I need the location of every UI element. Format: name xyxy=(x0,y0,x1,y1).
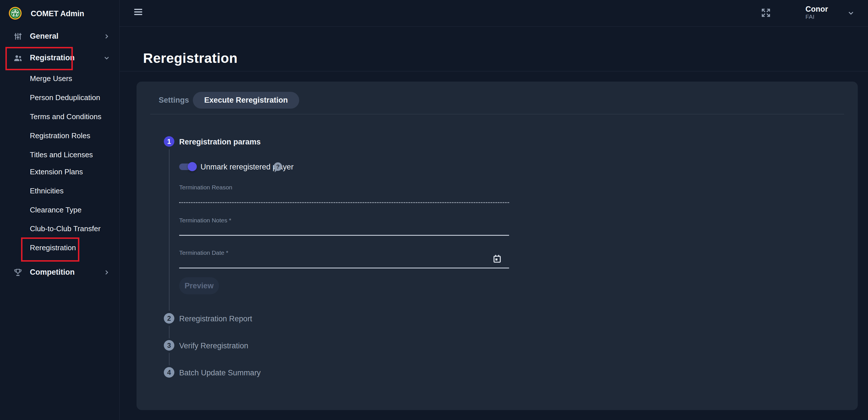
termination-reason-label: Termination Reason xyxy=(179,184,232,191)
step-4-label: Batch Update Summary xyxy=(179,368,261,377)
termination-notes-underline xyxy=(179,235,509,236)
step-1-label: Reregistration params xyxy=(179,138,261,147)
toggle-thumb xyxy=(188,162,197,171)
step-connector xyxy=(169,326,169,338)
step-connector xyxy=(169,353,169,365)
calendar-icon[interactable] xyxy=(493,255,501,263)
menu-toggle-icon[interactable] xyxy=(134,9,142,17)
step-connector xyxy=(169,149,169,311)
user-name: Conor xyxy=(805,5,828,13)
trophy-icon xyxy=(14,268,22,277)
sidebar-item-person-deduplication[interactable]: Person Deduplication xyxy=(0,90,119,105)
comet-admin-app: COMET Admin General Registration xyxy=(0,0,868,420)
sidebar-item-general[interactable]: General xyxy=(0,28,119,44)
user-menu[interactable]: Conor FAI xyxy=(805,5,828,20)
sidebar-item-terms-and-conditions[interactable]: Terms and Conditions xyxy=(0,109,119,124)
sidebar-item-extension-plans[interactable]: Extension Plans xyxy=(0,164,119,179)
user-org: FAI xyxy=(805,13,828,20)
sidebar-item-club-to-club-transfer[interactable]: Club-to-Club Transfer xyxy=(0,221,119,236)
termination-reason-underline xyxy=(179,202,509,203)
brand: COMET Admin xyxy=(0,0,119,27)
sidebar: COMET Admin General Registration xyxy=(0,0,120,420)
header-divider xyxy=(120,71,868,71)
sidebar-item-competition[interactable]: Competition xyxy=(0,264,119,280)
termination-date-input[interactable] xyxy=(179,257,510,269)
termination-reason-select[interactable] xyxy=(179,191,510,203)
reregistration-card: Settings Execute Reregistration 1 Reregi… xyxy=(136,82,858,410)
sidebar-item-ethnicities[interactable]: Ethnicities xyxy=(0,183,119,198)
step-1-badge: 1 xyxy=(164,136,174,147)
brand-title: COMET Admin xyxy=(31,9,84,18)
step-4-badge: 4 xyxy=(164,367,174,378)
chevron-down-icon xyxy=(103,54,110,62)
termination-notes-label: Termination Notes * xyxy=(179,217,231,224)
comet-logo-icon xyxy=(8,6,22,20)
sidebar-item-titles-and-licenses[interactable]: Titles and Licenses xyxy=(0,147,119,162)
help-icon[interactable]: ? xyxy=(274,162,282,171)
page-title: Reregistration xyxy=(143,50,238,66)
sidebar-item-label: Competition xyxy=(30,268,74,277)
unmark-reregistered-player-toggle[interactable] xyxy=(179,163,196,170)
tab-settings[interactable]: Settings xyxy=(150,92,198,109)
termination-notes-input[interactable] xyxy=(179,224,510,236)
step-2-label: Reregistration Report xyxy=(179,315,252,323)
sidebar-item-label: General xyxy=(30,32,59,41)
step-3-badge: 3 xyxy=(164,340,174,351)
tab-execute-reregistration[interactable]: Execute Reregistration xyxy=(193,92,299,109)
fullscreen-icon[interactable] xyxy=(761,8,771,18)
chevron-right-icon xyxy=(103,33,110,40)
chevron-down-icon[interactable] xyxy=(847,9,855,17)
chevron-right-icon xyxy=(103,269,110,276)
step-2-badge: 2 xyxy=(164,313,174,324)
preview-button[interactable]: Preview xyxy=(179,277,219,294)
sidebar-item-clearance-type[interactable]: Clearance Type xyxy=(0,202,119,217)
annotation-box-registration xyxy=(5,47,73,70)
annotation-box-reregistration xyxy=(21,237,79,262)
termination-date-underline xyxy=(179,267,509,268)
topbar: Conor FAI xyxy=(119,0,868,27)
step-3-label: Verify Reregistration xyxy=(179,342,248,350)
sidebar-item-merge-users[interactable]: Merge Users xyxy=(0,70,119,86)
termination-date-label: Termination Date * xyxy=(179,249,228,256)
tune-icon xyxy=(14,32,22,41)
sidebar-item-registration-roles[interactable]: Registration Roles xyxy=(0,128,119,143)
